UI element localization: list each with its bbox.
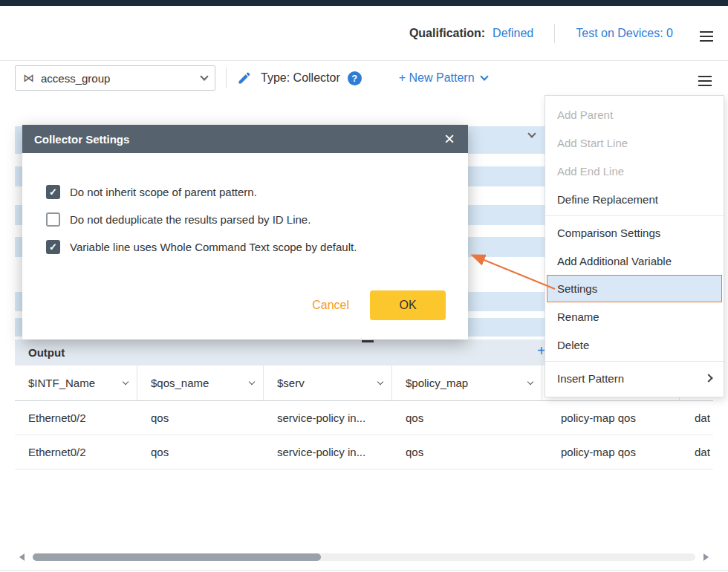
- checkbox-row: Variable line uses Whole Command Text sc…: [46, 238, 447, 256]
- column-header-qos-name[interactable]: $qos_name: [137, 365, 264, 400]
- table-cell: qos: [392, 401, 542, 435]
- menu-item-comparison-settings[interactable]: Comparison Settings: [545, 218, 724, 247]
- chevron-down-icon: [377, 378, 383, 384]
- dialog-title: Collector Settings: [34, 133, 443, 146]
- table-cell: qos: [137, 401, 264, 435]
- menu-item-add-additional-variable[interactable]: Add Additional Variable: [545, 247, 724, 275]
- cancel-button[interactable]: Cancel: [312, 299, 349, 312]
- menu-item-add-end-line[interactable]: Add End Line: [545, 157, 724, 185]
- menu-item-add-parent[interactable]: Add Parent: [545, 100, 724, 129]
- new-pattern-label: + New Pattern: [399, 71, 475, 85]
- table-cell: policy-map qos: [542, 435, 680, 469]
- pattern-select-value: access_group: [41, 72, 195, 85]
- dialog-body: Do not inherit scope of parent pattern. …: [22, 153, 468, 256]
- app-window: Qualification: Defined Test on Devices: …: [0, 0, 728, 572]
- header-bar: Qualification: Defined Test on Devices: …: [0, 6, 728, 61]
- hamburger-icon: [698, 80, 712, 82]
- table-cell: service-policy in...: [264, 401, 392, 435]
- header-divider: [554, 24, 555, 43]
- scrollbar-left-arrow[interactable]: [19, 553, 25, 561]
- table-cell: policy-map qos: [542, 401, 680, 435]
- pattern-icon: ⋈: [23, 71, 34, 85]
- dialog-footer: Cancel OK: [312, 290, 446, 320]
- scrollbar-thumb[interactable]: [33, 553, 321, 561]
- header-menu-button[interactable]: [698, 21, 715, 46]
- horizontal-scrollbar: [15, 553, 713, 562]
- checkbox-label: Variable line uses Whole Command Text sc…: [70, 241, 357, 253]
- output-title: Output: [28, 346, 65, 359]
- menu-divider: [545, 215, 724, 216]
- table-cell: Ethernet0/2: [15, 435, 137, 469]
- type-label: Type: Collector: [261, 71, 340, 85]
- menu-item-label: Insert Pattern: [557, 372, 624, 385]
- column-header-intf-name[interactable]: $INTF_Name: [15, 365, 137, 400]
- top-dark-bar: [0, 0, 728, 6]
- checkbox-inherit-scope[interactable]: [46, 185, 60, 199]
- column-label: $qos_name: [151, 377, 209, 389]
- table-cell: qos: [137, 435, 264, 469]
- table-cell: service-policy in...: [264, 435, 392, 469]
- scrollbar-right-arrow[interactable]: [703, 553, 709, 561]
- menu-item-delete[interactable]: Delete: [545, 331, 724, 359]
- table-cell: Ethernet0/2: [15, 401, 137, 435]
- toolbar-menu-button[interactable]: [697, 65, 713, 91]
- checkbox-row: Do not deduplicate the results parsed by…: [46, 210, 447, 228]
- bottom-border: [0, 570, 728, 571]
- table-cell: dat: [680, 435, 713, 469]
- menu-item-insert-pattern[interactable]: Insert Pattern: [545, 364, 724, 392]
- checkbox-label: Do not deduplicate the results parsed by…: [70, 213, 311, 226]
- menu-item-add-start-line[interactable]: Add Start Line: [545, 129, 724, 157]
- table-cell: qos: [392, 435, 542, 469]
- table-row[interactable]: Ethernet0/2 qos service-policy in... qos…: [15, 401, 713, 435]
- menu-item-define-replacement[interactable]: Define Replacement: [545, 185, 724, 213]
- pattern-toolbar: ⋈ access_group Type: Collector ? + New P…: [0, 61, 728, 95]
- column-header-serv[interactable]: $serv: [264, 365, 392, 400]
- table-row[interactable]: Ethernet0/2 qos service-policy in... qos…: [15, 435, 713, 469]
- checkbox-row: Do not inherit scope of parent pattern.: [46, 183, 447, 201]
- dialog-header[interactable]: Collector Settings ×: [22, 125, 468, 153]
- edit-icon[interactable]: [237, 71, 252, 85]
- collapse-handle[interactable]: [362, 340, 374, 342]
- test-on-devices-link[interactable]: Test on Devices: 0: [576, 27, 673, 40]
- table-cell: dat: [680, 401, 713, 435]
- checkbox-variable-line-scope[interactable]: [46, 240, 60, 254]
- submenu-chevron-icon: [704, 374, 712, 382]
- checkbox-deduplicate[interactable]: [46, 212, 60, 227]
- qualification-label: Qualification:: [409, 27, 485, 40]
- menu-item-settings[interactable]: Settings: [547, 275, 722, 302]
- chevron-down-icon: [123, 378, 129, 384]
- chevron-down-icon: [200, 72, 208, 80]
- hamburger-icon: [700, 36, 713, 37]
- new-pattern-button[interactable]: + New Pattern: [399, 71, 487, 85]
- context-menu: Add Parent Add Start Line Add End Line D…: [545, 95, 724, 397]
- checkbox-label: Do not inherit scope of parent pattern.: [70, 186, 257, 198]
- column-label: $INTF_Name: [28, 377, 95, 389]
- help-icon[interactable]: ?: [348, 71, 362, 85]
- collector-settings-dialog: Collector Settings × Do not inherit scop…: [22, 125, 468, 339]
- chevron-down-icon: [480, 72, 488, 80]
- chevron-down-icon: [249, 378, 255, 384]
- ok-button[interactable]: OK: [370, 290, 446, 320]
- menu-divider: [545, 361, 724, 362]
- close-icon[interactable]: ×: [443, 130, 456, 148]
- qualification-value-link[interactable]: Defined: [493, 27, 533, 40]
- toolbar-divider: [226, 68, 227, 88]
- menu-item-rename[interactable]: Rename: [545, 302, 724, 331]
- column-label: $policy_map: [406, 377, 468, 389]
- column-header-policy-map[interactable]: $policy_map: [392, 365, 542, 400]
- chevron-down-icon: [527, 378, 533, 384]
- column-label: $serv: [277, 377, 305, 389]
- pattern-select[interactable]: ⋈ access_group: [15, 65, 215, 91]
